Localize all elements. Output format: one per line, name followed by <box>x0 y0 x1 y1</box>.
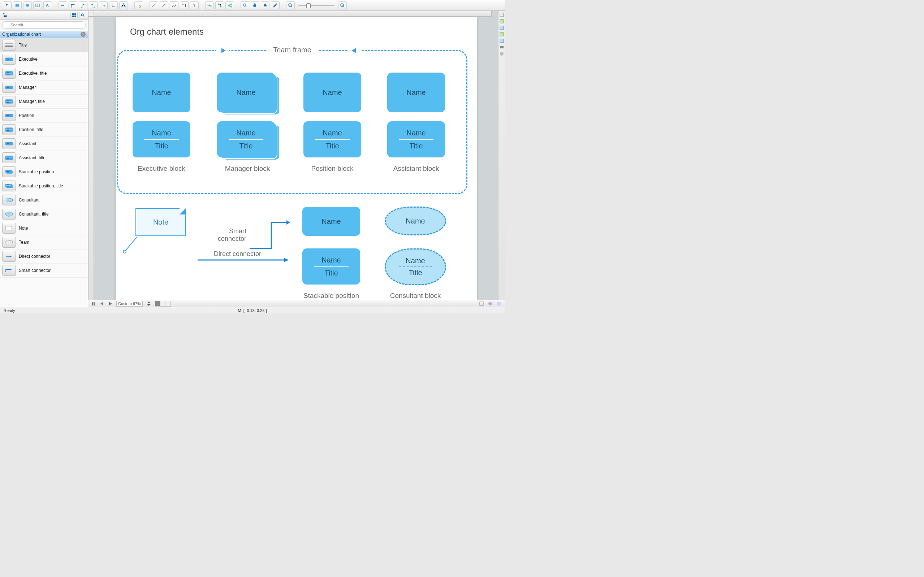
zoom-slider[interactable] <box>298 5 334 6</box>
caption-executive: Executive block <box>129 164 194 172</box>
view-mode-toggle[interactable] <box>155 301 171 306</box>
lib-item-note[interactable]: Note <box>0 221 88 235</box>
canvas-area[interactable]: Org chart elements Team frame Name Name … <box>88 11 498 307</box>
grid-view-icon[interactable] <box>71 12 77 18</box>
connector-mode-3[interactable] <box>89 2 98 10</box>
panel-toggle-1[interactable] <box>499 12 504 17</box>
right-panel-strip <box>498 11 505 307</box>
panel-toggle-3[interactable] <box>499 25 504 30</box>
svg-rect-64 <box>6 226 12 230</box>
lib-item-executive[interactable]: Executive <box>0 52 88 66</box>
lib-item-assistant-title[interactable]: Assistant, title <box>0 151 88 165</box>
spline-tool[interactable] <box>160 2 168 10</box>
status-mouse: M: [ -0.13, 0.26 ] <box>238 308 266 313</box>
executive-name-block[interactable]: Name <box>132 73 190 112</box>
text-tool[interactable] <box>44 2 52 10</box>
position-title-block[interactable]: Name Title <box>303 121 361 158</box>
tree-view-icon[interactable] <box>2 12 9 18</box>
lib-item-manager[interactable]: Manager <box>0 81 88 95</box>
note-shape[interactable]: Note <box>135 208 186 236</box>
svg-point-79 <box>489 302 492 305</box>
svg-rect-17 <box>228 5 229 6</box>
connector-mode-4[interactable] <box>99 2 108 10</box>
manager-name-block[interactable]: Name <box>217 73 275 112</box>
connector-mode-1[interactable] <box>69 2 77 10</box>
svg-rect-45 <box>7 129 10 129</box>
connector-mode-5[interactable] <box>109 2 118 10</box>
panel-toggle-7[interactable] <box>499 51 504 56</box>
eyedropper-tool[interactable] <box>271 2 280 10</box>
rect-tool[interactable] <box>13 2 22 10</box>
svg-line-66 <box>125 237 137 251</box>
svg-rect-70 <box>500 19 503 23</box>
assistant-name-block[interactable]: Name <box>387 73 445 112</box>
zoom-level-box[interactable]: Custom 97% <box>116 301 143 306</box>
lib-item-smart-connector[interactable]: Smart connector <box>0 264 88 278</box>
line-tool[interactable] <box>150 2 158 10</box>
insert-page-tool[interactable] <box>134 2 143 10</box>
prev-page-icon[interactable] <box>99 301 105 306</box>
zoom-stepper-icon[interactable] <box>145 301 152 306</box>
bezier-tool[interactable] <box>170 2 179 10</box>
connector-mode-2[interactable] <box>79 2 87 10</box>
lib-item-title[interactable]: Title <box>0 38 88 52</box>
pan-tool[interactable] <box>251 2 260 10</box>
svg-rect-26 <box>72 13 74 15</box>
lib-item-executive-title[interactable]: Executive, title <box>0 66 88 81</box>
pointer-tool[interactable] <box>3 2 11 10</box>
zoom-in-button[interactable] <box>338 2 347 10</box>
search-input[interactable] <box>2 21 85 29</box>
close-library-icon[interactable]: ✕ <box>81 32 85 37</box>
bb-icon-2[interactable] <box>487 301 494 306</box>
stackable-name-block[interactable]: Name <box>302 207 360 236</box>
drawing-page[interactable]: Org chart elements Team frame Name Name … <box>116 17 477 307</box>
next-page-icon[interactable] <box>108 301 113 306</box>
svg-point-4 <box>74 4 74 5</box>
lib-item-manager-title[interactable]: Manager, title <box>0 95 88 109</box>
pause-icon[interactable] <box>90 301 96 306</box>
consultant-title-block[interactable]: Name Title <box>385 248 446 285</box>
stamp-tool[interactable] <box>261 2 269 10</box>
search-toggle-icon[interactable] <box>79 12 86 18</box>
polyline-tool[interactable] <box>58 2 67 10</box>
manager-title-block[interactable]: Name Title <box>217 121 275 158</box>
lib-item-direct-connector[interactable]: Direct connector <box>0 250 88 264</box>
stackable-title-block[interactable]: Name Title <box>302 248 360 285</box>
team-frame[interactable]: Team frame Name Name Name Name <box>117 50 468 194</box>
svg-rect-27 <box>74 13 76 15</box>
executive-title-block[interactable]: Name Title <box>132 121 190 158</box>
branch-tool[interactable] <box>190 2 199 10</box>
consultant-name-block[interactable]: Name <box>385 206 446 235</box>
svg-rect-54 <box>7 171 10 171</box>
panel-toggle-5[interactable] <box>499 38 504 44</box>
bb-icon-3[interactable] <box>495 301 503 306</box>
lib-item-position[interactable]: Position <box>0 109 88 123</box>
table-tool[interactable] <box>33 2 42 10</box>
auto-layout-1[interactable] <box>205 2 214 10</box>
zoom-out-button[interactable] <box>286 2 295 10</box>
svg-rect-16 <box>220 6 221 7</box>
panel-toggle-6[interactable] <box>499 45 504 50</box>
lib-item-consultant[interactable]: Consultant <box>0 193 88 207</box>
ellipse-tool[interactable] <box>23 2 32 10</box>
lib-item-assistant[interactable]: Assistant <box>0 137 88 151</box>
assistant-title-block[interactable]: Name Title <box>387 121 445 158</box>
position-shape-icon <box>2 110 16 121</box>
panel-toggle-2[interactable] <box>499 19 504 24</box>
lib-item-position-title[interactable]: Position, title <box>0 123 88 137</box>
tree-layout-tool[interactable] <box>119 2 128 10</box>
lib-item-team[interactable]: Team <box>0 235 88 250</box>
lib-item-stackable-title[interactable]: Stackable position, title <box>0 179 88 193</box>
zoom-search-icon[interactable] <box>240 2 249 10</box>
auto-layout-3[interactable] <box>226 2 234 10</box>
double-arrow-tool[interactable] <box>180 2 189 10</box>
lib-item-stackable[interactable]: Stackable position <box>0 165 88 179</box>
library-header[interactable]: Organizational chart ✕ <box>0 30 88 38</box>
lib-item-consultant-title[interactable]: Consultant, title <box>0 207 88 221</box>
position-name-block[interactable]: Name <box>303 73 361 112</box>
auto-layout-2[interactable] <box>215 2 224 10</box>
shapes-sidebar: Organizational chart ✕ Title Executive E… <box>0 11 88 307</box>
bb-icon-1[interactable] <box>478 301 485 306</box>
panel-toggle-4[interactable] <box>499 32 504 37</box>
svg-rect-15 <box>218 3 219 5</box>
